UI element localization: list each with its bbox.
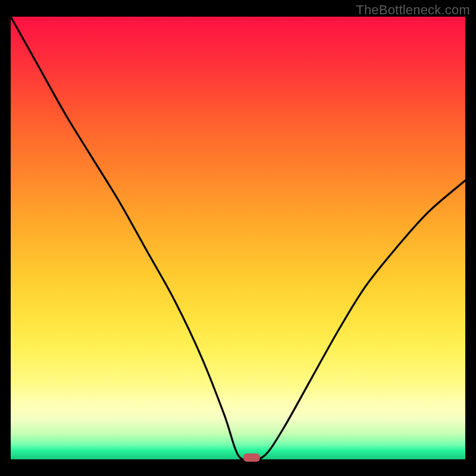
- curve-svg: [11, 17, 465, 459]
- chart-frame: TheBottleneck.com: [0, 0, 476, 476]
- bottleneck-curve: [11, 17, 465, 460]
- plot-area: [11, 17, 465, 459]
- optimum-marker: [243, 453, 260, 462]
- watermark-text: TheBottleneck.com: [356, 2, 470, 18]
